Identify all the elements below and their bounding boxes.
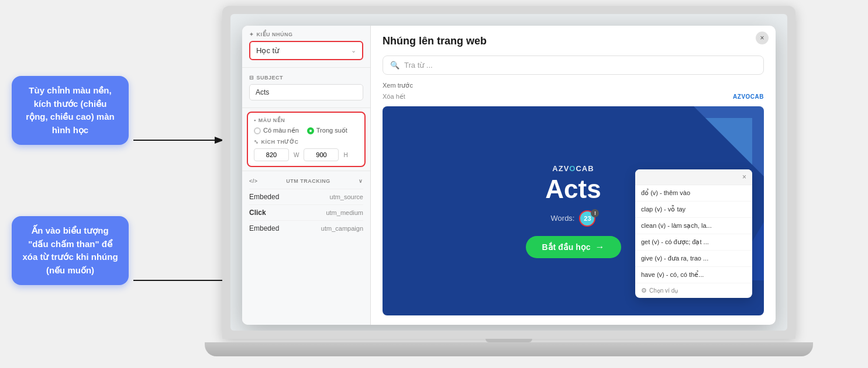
modal-title: Nhúng lên trang web xyxy=(383,35,764,47)
divider-3 xyxy=(242,171,370,171)
subject-header: ⊟ SUBJECT xyxy=(249,75,363,81)
modal-right-panel: Nhúng lên trang web 🔍 Tra từ ... Xem trư… xyxy=(371,26,776,325)
mau-nen-header: ▪ MÀU NỀN xyxy=(254,117,359,123)
kich-thuoc-header: ⤡ KÍCH THƯỚC xyxy=(254,139,359,145)
utm-row-3: Embeded utm_campaign xyxy=(249,220,363,236)
preview-acts-title: Acts xyxy=(545,176,601,202)
xoa-het-row: Xóa hết AZVOCAB xyxy=(383,93,764,100)
modal-dialog: × ✦ KIỂU NHÚNG Học từ ⌄ xyxy=(242,26,776,325)
annotation-1-text: Tùy chỉnh màu nền, kích thước (chiều rộn… xyxy=(26,85,114,135)
code-icon: </> xyxy=(249,178,258,184)
dropdown-footer: ⚙ Chọn ví dụ xyxy=(635,283,752,298)
search-bar[interactable]: 🔍 Tra từ ... xyxy=(383,55,764,75)
subject-input[interactable]: Acts xyxy=(249,84,363,100)
utm-row-2: Click utm_medium xyxy=(249,204,363,220)
xoa-het-button[interactable]: Xóa hết xyxy=(383,93,405,100)
mau-nen-radio-group: Có màu nền Trong suốt xyxy=(254,127,359,134)
laptop-screen: × ✦ KIỂU NHÚNG Học từ ⌄ xyxy=(230,14,787,331)
co-mau-nen-dot xyxy=(254,127,261,134)
kieu-nhung-section: ✦ KIỂU NHÚNG Học từ ⌄ xyxy=(242,26,370,65)
words-row: Words: 23 ! xyxy=(551,210,596,227)
annotation-2-text: Ấn vào biểu tượng "dấu chấm than" để xóa… xyxy=(22,225,118,275)
utm-section: </> UTM TRACKING ∨ Embeded utm_source Cl… xyxy=(242,173,370,241)
annotation-1: Tùy chỉnh màu nền, kích thước (chiều rộn… xyxy=(12,76,129,145)
subject-section: ⊟ SUBJECT Acts xyxy=(242,70,370,105)
kieu-nhung-select[interactable]: Học từ ⌄ xyxy=(249,41,363,60)
height-input[interactable] xyxy=(304,148,339,161)
monitor-icon: ⊟ xyxy=(249,75,254,81)
laptop-body: × ✦ KIỂU NHÚNG Học từ ⌄ xyxy=(222,6,795,339)
search-icon: 🔍 xyxy=(390,61,399,70)
search-input[interactable]: Tra từ ... xyxy=(404,61,756,70)
preview-area: AZVOCAB Acts Words: 23 ! xyxy=(383,106,764,315)
laptop-container: × ✦ KIỂU NHÚNG Học từ ⌄ xyxy=(222,6,795,356)
divider-2 xyxy=(242,107,370,108)
divider-1 xyxy=(242,67,370,68)
trong-suot-dot xyxy=(307,127,314,134)
dropdown-item-3[interactable]: clean (v) - làm sạch, la... xyxy=(635,218,752,234)
dropdown-item-5[interactable]: give (v) - đưa ra, trao ... xyxy=(635,251,752,267)
modal-close-button[interactable]: × xyxy=(756,32,769,44)
chevron-utm-icon: ∨ xyxy=(359,178,363,184)
arrow-right-icon: → xyxy=(595,242,605,252)
gear-icon: ⚙ xyxy=(641,287,647,294)
trong-suot-radio[interactable]: Trong suốt xyxy=(307,127,347,134)
star-icon: ✦ xyxy=(249,32,254,37)
info-icon[interactable]: ! xyxy=(591,209,599,217)
word-dropdown-popup: × đổ (v) - thêm vào clap (v) - vỗ tay cl… xyxy=(635,169,752,298)
azvocab-logo-small: AZVOCAB xyxy=(733,93,764,100)
chevron-down-icon: ⌄ xyxy=(351,47,356,54)
annotation-2: Ấn vào biểu tượng "dấu chấm than" để xóa… xyxy=(12,216,129,285)
width-input[interactable] xyxy=(254,148,289,161)
dropdown-item-1[interactable]: đổ (v) - thêm vào xyxy=(635,185,752,202)
size-row: W H xyxy=(254,148,359,161)
modal-left-panel: ✦ KIỂU NHÚNG Học từ ⌄ ⊟ xyxy=(242,26,371,325)
laptop-base xyxy=(205,342,813,356)
mau-nen-kich-thuoc-section: ▪ MÀU NỀN Có màu nền Trong su xyxy=(247,112,366,167)
xem-truoc-label: Xem trước xyxy=(383,82,764,89)
utm-row-1: Embeded utm_source xyxy=(249,189,363,204)
kieu-nhung-header: ✦ KIỂU NHÚNG xyxy=(249,32,363,37)
utm-header: </> UTM TRACKING ∨ xyxy=(249,178,363,184)
resize-icon: ⤡ xyxy=(254,139,259,145)
preview-logo: AZVOCAB xyxy=(552,164,594,173)
words-badge: 23 ! xyxy=(579,210,595,227)
co-mau-nen-radio[interactable]: Có màu nền xyxy=(254,127,299,134)
dropdown-item-6[interactable]: have (v) - có, có thể... xyxy=(635,267,752,283)
screen-content: × ✦ KIỂU NHÚNG Học từ ⌄ xyxy=(230,14,787,331)
palette-icon: ▪ xyxy=(254,117,256,123)
words-label: Words: xyxy=(551,214,575,223)
arrow-1-svg xyxy=(128,129,233,152)
dropdown-item-2[interactable]: clap (v) - vỗ tay xyxy=(635,202,752,218)
dropdown-header: × xyxy=(635,169,752,185)
bat-dau-button[interactable]: Bắt đầu học → xyxy=(526,236,621,258)
dropdown-close-icon[interactable]: × xyxy=(742,173,746,181)
dropdown-item-4[interactable]: get (v) - có được; đạt ... xyxy=(635,234,752,251)
